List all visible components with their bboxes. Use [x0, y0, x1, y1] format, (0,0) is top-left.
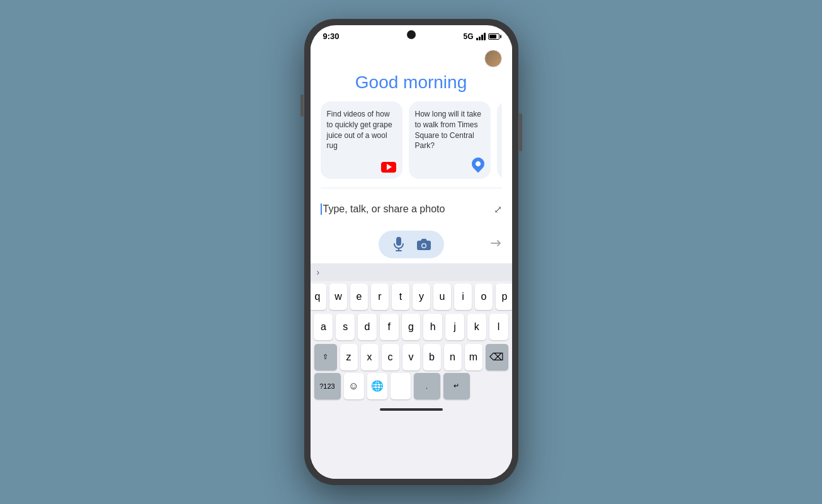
key-g[interactable]: g [402, 314, 421, 340]
enter-key[interactable]: ↵ [443, 373, 470, 399]
period-key[interactable]: . [414, 373, 440, 399]
backspace-key[interactable]: ⌫ [486, 344, 508, 370]
key-v[interactable]: v [402, 344, 420, 370]
sym-key[interactable]: ?123 [314, 373, 341, 399]
phone-screen: 9:30 5G Good morning [311, 25, 512, 479]
battery-icon [488, 33, 499, 40]
youtube-icon [381, 162, 396, 173]
maps-icon [472, 158, 484, 173]
action-buttons-row [311, 226, 512, 263]
suggestion-card-2[interactable]: How long will it take to walk from Times… [409, 101, 491, 179]
key-l[interactable]: l [489, 314, 508, 340]
keyboard-chevron[interactable]: › [317, 267, 320, 277]
status-time: 9:30 [323, 32, 340, 41]
shift-key[interactable]: ⇧ [314, 344, 337, 370]
keyboard-bottom-row: ?123 ☺ 🌐 . ↵ [311, 373, 512, 403]
expand-icon[interactable]: ⤢ [494, 203, 502, 215]
key-k[interactable]: k [467, 314, 486, 340]
suggestion-icon-2 [415, 158, 484, 173]
key-n[interactable]: n [444, 344, 462, 370]
status-right: 5G [463, 32, 499, 41]
key-q[interactable]: q [311, 284, 327, 310]
key-p[interactable]: p [496, 284, 512, 310]
space-key[interactable] [391, 373, 411, 399]
key-e[interactable]: e [350, 284, 368, 310]
keyboard-row-3: ⇧ z x c v b n m ⌫ [314, 344, 508, 370]
profile-row [321, 50, 502, 67]
key-t[interactable]: t [392, 284, 409, 310]
maps-pin [469, 155, 486, 173]
key-b[interactable]: b [423, 344, 441, 370]
key-s[interactable]: s [336, 314, 355, 340]
key-j[interactable]: j [445, 314, 464, 340]
home-bar [311, 403, 512, 416]
keyboard-section: › q w e r t y u i o p [311, 263, 512, 479]
suggestion-text-2: How long will it take to walk from Times… [415, 109, 484, 152]
youtube-play [387, 164, 392, 170]
camera-notch [407, 30, 416, 39]
signal-icon [476, 33, 486, 40]
search-input-container[interactable]: Type, talk, or share a photo ⤢ [321, 198, 502, 220]
key-m[interactable]: m [465, 344, 482, 370]
suggestion-text-1: Find videos of how to quickly get grape … [327, 109, 396, 157]
phone-frame: 9:30 5G Good morning [304, 19, 518, 485]
key-y[interactable]: y [413, 284, 430, 310]
key-x[interactable]: x [361, 344, 379, 370]
keyboard-toolbar: › [311, 263, 512, 281]
svg-point-5 [422, 244, 425, 247]
keyboard-row-2: a s d f g h j k l [314, 314, 508, 340]
key-r[interactable]: r [371, 284, 389, 310]
suggestions-row: Find videos of how to quickly get grape … [321, 101, 502, 179]
keyboard-rows: q w e r t y u i o p a s [311, 281, 512, 373]
suggestion-card-3[interactable]: How l... walk f... Squar... Park?... [497, 101, 502, 179]
key-z[interactable]: z [340, 344, 358, 370]
key-a[interactable]: a [314, 314, 333, 340]
suggestion-icon-1 [327, 162, 396, 173]
camera-icon[interactable] [416, 237, 431, 252]
key-o[interactable]: o [475, 284, 493, 310]
mic-icon[interactable] [391, 237, 406, 252]
avatar[interactable] [484, 50, 502, 67]
key-d[interactable]: d [358, 314, 377, 340]
key-f[interactable]: f [380, 314, 399, 340]
text-cursor [321, 203, 322, 215]
search-input-text: Type, talk, or share a photo [321, 203, 445, 215]
suggestion-card-1[interactable]: Find videos of how to quickly get grape … [321, 101, 402, 179]
svg-rect-0 [396, 237, 401, 246]
voice-camera-button[interactable] [379, 231, 444, 258]
search-placeholder: Type, talk, or share a photo [323, 203, 445, 215]
key-u[interactable]: u [433, 284, 451, 310]
network-type: 5G [463, 32, 473, 41]
home-indicator [380, 408, 443, 411]
key-c[interactable]: c [382, 344, 399, 370]
globe-key[interactable]: 🌐 [367, 373, 387, 399]
top-section: Good morning Find videos of how to quick… [311, 43, 512, 188]
search-section: Type, talk, or share a photo ⤢ [311, 188, 512, 226]
key-w[interactable]: w [329, 284, 347, 310]
key-h[interactable]: h [423, 314, 442, 340]
key-i[interactable]: i [454, 284, 472, 310]
send-button[interactable] [489, 237, 502, 252]
screen-content: Good morning Find videos of how to quick… [311, 43, 512, 479]
emoji-key[interactable]: ☺ [344, 373, 364, 399]
keyboard-row-1: q w e r t y u i o p [314, 284, 508, 310]
greeting-text: Good morning [321, 72, 502, 93]
